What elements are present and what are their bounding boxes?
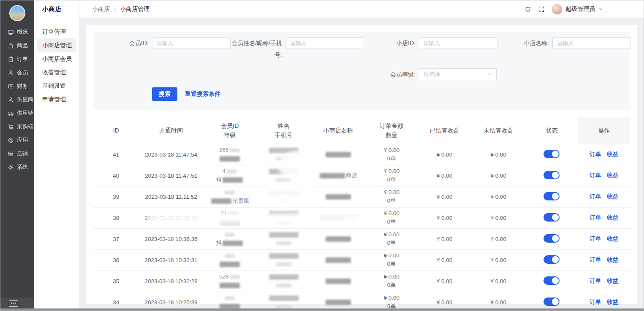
shop-id-input[interactable] xyxy=(419,37,497,49)
order-link[interactable]: 订单 xyxy=(590,299,601,305)
select-placeholder: 请选择 xyxy=(424,70,487,78)
content-card: 会员ID: 会员姓名/昵称/手机号: 小店ID: 小店名称: xyxy=(86,25,637,304)
icon-sidebar-item-label: 系统 xyxy=(17,163,28,171)
row-actions: 订单 收益 xyxy=(578,186,630,207)
row-actions: 订单 收益 xyxy=(578,165,630,186)
breadcrumb-root[interactable]: 小商店 xyxy=(92,5,110,13)
shop-name-input[interactable] xyxy=(552,37,631,49)
row-id: 36 xyxy=(113,257,119,263)
earnings-link[interactable]: 收益 xyxy=(607,151,618,157)
fullscreen-icon[interactable] xyxy=(538,6,545,13)
earnings-link[interactable]: 收益 xyxy=(607,193,618,200)
row-order-cell: ¥ 0.00 0单 xyxy=(366,249,417,270)
censored-block xyxy=(276,241,291,245)
censored-block xyxy=(269,169,299,174)
row-actions: 订单 收益 xyxy=(578,228,630,249)
row-actions: 订单 收益 xyxy=(578,292,630,311)
table-row: 36 2023-03-18 10:32:31 ¥ 0.00 0单 ¥ 0.00 … xyxy=(93,249,630,270)
censored-block xyxy=(276,199,291,203)
censored-block xyxy=(269,232,299,238)
member-level-select[interactable]: 请选择 xyxy=(419,68,497,80)
column-header: ID xyxy=(93,117,139,144)
menu-item[interactable]: 申请管理 xyxy=(37,92,76,106)
status-toggle[interactable] xyxy=(543,192,560,200)
user-menu[interactable]: 超级管理员 xyxy=(552,4,603,15)
icon-nav: 概况 商品 订单 会员 财务 供应商 供应链 采购端 应用 店铺 系统 xyxy=(0,25,34,174)
user-avatar xyxy=(552,4,562,15)
member-id-input[interactable] xyxy=(152,37,231,49)
icon-sidebar: 概况 商品 订单 会员 财务 供应商 供应链 采购端 应用 店铺 系统 xyxy=(0,0,34,311)
status-toggle[interactable] xyxy=(543,234,560,243)
member-name-input[interactable] xyxy=(285,37,364,49)
status-toggle[interactable] xyxy=(543,255,560,264)
censored-block xyxy=(276,262,291,266)
censored-block xyxy=(223,241,243,246)
row-shop-cell xyxy=(310,186,366,207)
earnings-link[interactable]: 收益 xyxy=(607,214,618,221)
order-link[interactable]: 订单 xyxy=(590,257,601,263)
earnings-link[interactable]: 收益 xyxy=(607,299,618,305)
censored-block xyxy=(326,257,351,263)
table-row: 38 2023-03-18 10:36:38 21 商店 ¥ 0.00 0单 ¥… xyxy=(93,207,630,228)
row-unsettled: ¥ 0.00 xyxy=(491,194,507,200)
earnings-link[interactable]: 收益 xyxy=(607,235,618,242)
reset-search-link[interactable]: 重置搜索条件 xyxy=(185,90,220,98)
order-link[interactable]: 订单 xyxy=(590,214,601,221)
menu-item[interactable]: 小商店管理 xyxy=(37,38,76,52)
order-link[interactable]: 订单 xyxy=(590,193,601,200)
row-open-time: 2023-03-18 10:25:39 xyxy=(144,299,197,306)
status-toggle[interactable] xyxy=(543,213,560,222)
menu-item[interactable]: 小商店会员 xyxy=(37,52,76,65)
earnings-link[interactable]: 收益 xyxy=(607,257,618,263)
icon-sidebar-item[interactable]: 供应商 xyxy=(0,93,34,106)
row-open-time: 2023-03-18 11:47:54 xyxy=(145,151,197,158)
censored-block xyxy=(326,152,351,157)
icon-sidebar-item[interactable]: 采购端 xyxy=(0,120,34,133)
row-actions: 订单 收益 xyxy=(578,270,630,292)
row-name-cell xyxy=(257,270,310,292)
column-header: 开通时间 xyxy=(139,117,203,144)
row-actions: 订单 收益 xyxy=(578,144,630,165)
icon-sidebar-item[interactable]: 店铺 xyxy=(0,147,34,160)
collapse-more-icon[interactable]: ••• xyxy=(9,300,18,307)
icon-sidebar-item-label: 财务 xyxy=(17,82,28,90)
breadcrumb-separator-icon: › xyxy=(114,6,116,12)
order-link[interactable]: 订单 xyxy=(590,235,601,242)
icon-sidebar-item[interactable]: 应用 xyxy=(0,133,34,147)
menu-item[interactable]: 基础设置 xyxy=(37,79,76,92)
earnings-link[interactable]: 收益 xyxy=(607,172,618,178)
menu-sidebar: 小商店 订单管理 小商店管理 小商店会员 收益管理 基础设置 申请管理 xyxy=(34,0,79,311)
menu-item[interactable]: 收益管理 xyxy=(37,65,76,79)
search-button[interactable]: 搜索 xyxy=(152,87,177,101)
icon-sidebar-item[interactable]: 会员 xyxy=(0,66,34,79)
finance-icon xyxy=(8,83,14,89)
refresh-icon[interactable] xyxy=(524,6,531,13)
row-order-cell: ¥ 0.00 0单 xyxy=(366,207,417,228)
icon-sidebar-item[interactable]: 订单 xyxy=(0,52,34,66)
status-toggle[interactable] xyxy=(543,276,560,285)
row-settled: ¥ 0.00 xyxy=(437,194,453,200)
status-toggle[interactable] xyxy=(543,171,560,179)
menu-item[interactable]: 订单管理 xyxy=(37,25,76,38)
icon-sidebar-item[interactable]: 商品 xyxy=(0,39,34,52)
app-logo[interactable] xyxy=(9,5,25,21)
system-icon xyxy=(8,164,14,170)
censored-block xyxy=(276,157,291,161)
row-member-cell: 光贵版 xyxy=(203,186,257,207)
member-id-label: 会员ID: xyxy=(96,37,149,49)
order-link[interactable]: 订单 xyxy=(590,151,601,157)
earnings-link[interactable]: 收益 xyxy=(607,278,618,284)
status-toggle[interactable] xyxy=(543,297,560,306)
icon-sidebar-item[interactable]: 供应链 xyxy=(0,106,34,120)
table-header-row: ID 开通时间 会员ID 等级 姓名 手机号 小商店名称 订单金额 数量 已结算… xyxy=(93,117,630,144)
icon-sidebar-item[interactable]: 财务 xyxy=(0,79,34,93)
icon-sidebar-item[interactable]: 系统 xyxy=(0,160,34,174)
row-name-cell xyxy=(257,165,310,186)
order-link[interactable]: 订单 xyxy=(590,172,601,178)
order-icon xyxy=(8,56,14,62)
status-toggle[interactable] xyxy=(543,150,560,158)
row-order-cell: ¥ 0.00 0单 xyxy=(366,186,417,207)
row-order-cell: ¥ 0.00 0单 xyxy=(366,270,417,292)
order-link[interactable]: 订单 xyxy=(590,278,601,284)
icon-sidebar-item[interactable]: 概况 xyxy=(0,25,34,39)
